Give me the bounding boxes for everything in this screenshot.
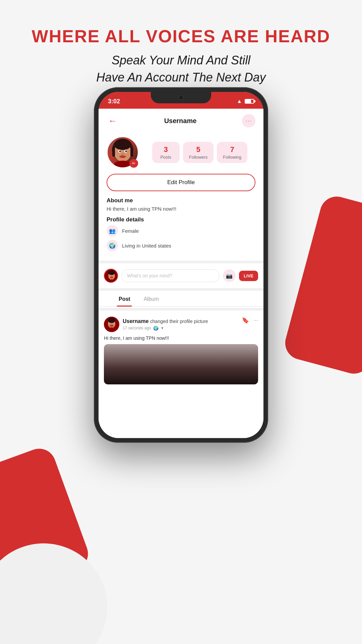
camera-button[interactable]: 📷 [223,269,236,282]
edit-avatar-button[interactable]: ✏ [129,159,138,168]
post-image-gradient [104,344,258,384]
post-globe-icon: 🌍 [153,326,159,331]
following-stat[interactable]: 7 Following [217,142,247,163]
post-audience-dropdown[interactable]: ▼ [161,326,164,330]
post-user-info: Username changed their profile picture 1… [104,317,208,332]
profile-section: ✏ 3 Posts 5 Followers [99,133,263,174]
gender-icon: 👥 [107,225,118,236]
svg-rect-3 [112,147,115,157]
post-body: Hi there, I am using TPN now!!! [104,332,258,341]
post-time: 17 seconds ago [123,326,151,330]
followers-count: 5 [189,145,208,154]
subheadline: Speak Your Mind And StillHave An Account… [0,52,362,86]
svg-point-8 [125,151,127,152]
headline: WHERE ALL VOICES ARE HEARD [0,27,362,46]
followers-stat[interactable]: 5 Followers [183,142,214,163]
content-tabs: Post Album [99,292,263,307]
location-icon: 🌍 [107,240,118,251]
globe-icon: 🌍 [109,243,116,249]
about-me-text: Hi there, I am using TPN now!!! [107,206,255,212]
svg-point-10 [120,155,126,158]
post-activity-line: Username changed their profile picture [123,318,208,324]
post-image-preview [104,344,258,384]
page-header: WHERE ALL VOICES ARE HEARD Speak Your Mi… [0,0,362,86]
live-label: LIVE [244,273,253,278]
about-me-title: About me [107,197,255,204]
post-text-info: Username changed their profile picture 1… [123,318,208,331]
post-action-text: changed their profile picture [150,319,208,324]
top-nav: ← Username ··· [99,109,263,133]
posts-count: 3 [158,145,174,154]
post-input-field[interactable]: What's on your mind? [121,269,220,282]
gender-text: Female [122,228,139,234]
post-username: Username [123,318,148,324]
more-dots-icon: ··· [246,117,252,124]
gender-detail: 👥 Female [107,225,255,236]
edit-profile-button[interactable]: Edit Profile [107,174,255,191]
section-divider-1 [99,261,263,263]
location-text: Living in United states [122,243,171,249]
posts-stat[interactable]: 3 Posts [152,142,180,163]
pencil-icon: ✏ [132,161,135,166]
bg-shape-right [282,193,362,377]
profile-details-title: Profile details [107,216,255,223]
post-avatar-image [105,269,118,283]
stats-container: 3 Posts 5 Followers 7 Following [144,142,255,163]
back-arrow-icon: ← [108,116,117,126]
section-divider-2 [99,288,263,291]
back-button[interactable]: ← [107,115,119,127]
status-time: 3:02 [108,98,120,105]
following-count: 7 [223,145,241,154]
camera-icon: 📷 [226,273,233,279]
posts-label: Posts [158,155,174,160]
following-label: Following [223,155,241,160]
bookmark-icon[interactable]: 🔖 [242,317,249,324]
svg-point-7 [119,151,121,152]
about-section: About me Hi there, I am using TPN now!!! [99,197,263,216]
nav-username: Username [164,117,197,125]
svg-point-17 [108,318,115,323]
wifi-icon: ▲ [237,98,242,104]
phone-inner: 3:02 ▲ ← Username ··· [99,92,263,438]
phone-wrapper: 3:02 ▲ ← Username ··· [94,87,268,443]
more-menu-button[interactable]: ··· [242,114,255,127]
bg-shape-bottom-left [0,543,107,644]
post-user-avatar [104,317,119,332]
profile-details-section: Profile details 👥 Female 🌍 Living in Uni… [99,216,263,259]
post-time-row: 17 seconds ago 🌍 ▼ [123,326,208,331]
battery-icon [245,99,254,104]
avatar-wrapper: ✏ [107,136,139,168]
svg-point-13 [108,270,115,275]
app-content: ← Username ··· [99,109,263,438]
phone-notch [151,92,211,103]
post-avatar-small-image [104,317,119,332]
followers-label: Followers [189,155,208,160]
post-actions-right: 🔖 ··· [242,317,258,324]
post-header: Username changed their profile picture 1… [104,317,258,332]
svg-rect-4 [130,147,133,157]
phone-outer: 3:02 ▲ ← Username ··· [94,87,268,443]
tab-album[interactable]: Album [137,292,166,306]
post-input-area: What's on your mind? 📷 LIVE [99,265,263,287]
post-more-icon[interactable]: ··· [254,317,258,323]
live-button[interactable]: LIVE [239,271,258,281]
location-detail: 🌍 Living in United states [107,240,255,251]
svg-point-9 [122,153,124,155]
svg-point-14 [110,276,113,278]
post-placeholder: What's on your mind? [127,273,172,278]
section-divider-3 [99,308,263,311]
notch-camera [179,95,183,100]
people-icon: 👥 [109,228,116,234]
tab-post[interactable]: Post [112,292,137,306]
status-icons: ▲ [237,98,254,104]
battery-fill [245,100,251,103]
post-avatar [104,269,118,283]
svg-point-18 [110,325,114,327]
post-card: Username changed their profile picture 1… [99,312,263,389]
svg-point-2 [114,139,131,150]
